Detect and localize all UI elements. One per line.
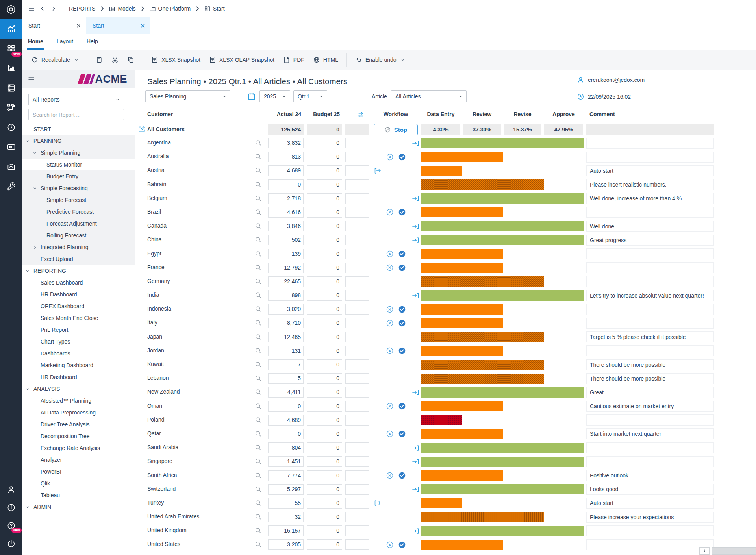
spare-cell[interactable] (345, 318, 369, 328)
submit-icon[interactable] (411, 458, 419, 466)
comment-cell[interactable] (586, 539, 714, 550)
search-icon[interactable] (254, 444, 262, 451)
tree-item-powerbi[interactable]: PowerBI (22, 466, 135, 477)
reject-icon[interactable] (386, 347, 394, 355)
breadcrumb-item-reports[interactable]: REPORTS (69, 6, 95, 12)
rail-item-canvas[interactable]: NEW (0, 39, 22, 58)
budget-cell[interactable]: 0 (307, 290, 342, 301)
paste-button[interactable] (91, 53, 107, 67)
search-icon[interactable] (254, 457, 262, 465)
reject-icon[interactable] (386, 472, 394, 479)
edit-icon[interactable] (138, 126, 145, 133)
spare-cell[interactable] (345, 359, 369, 370)
tree-item-simple-planning[interactable]: Simple Planning (22, 147, 135, 159)
spare-cell[interactable] (345, 290, 369, 301)
search-icon[interactable] (254, 472, 262, 479)
submit-icon[interactable] (411, 388, 419, 396)
budget-cell[interactable]: 0 (307, 359, 342, 370)
search-icon[interactable] (254, 278, 262, 285)
comment-cell[interactable] (586, 207, 714, 218)
search-icon[interactable] (254, 430, 262, 437)
search-icon[interactable] (254, 264, 262, 271)
tree-item-predictive-forecast[interactable]: Predictive Forecast (22, 206, 135, 218)
comment-cell[interactable] (586, 276, 714, 287)
budget-cell[interactable]: 0 (307, 152, 342, 162)
rail-item-info[interactable] (0, 498, 22, 516)
spare-cell[interactable] (345, 304, 369, 314)
submit-icon[interactable] (411, 444, 419, 452)
report-select[interactable]: Sales Planning (145, 90, 230, 102)
actual-cell[interactable]: 12,792 (268, 263, 304, 273)
pdf-button[interactable]: PDF (279, 53, 309, 67)
breadcrumb-item-one-platform[interactable]: One Platform (149, 6, 191, 12)
rail-item-help[interactable]: NEW (0, 516, 22, 535)
forward-button[interactable] (48, 3, 59, 14)
tree-item-dashboards[interactable]: Dashboards (22, 348, 135, 359)
submit-icon[interactable] (411, 139, 419, 147)
spare-cell[interactable] (345, 207, 369, 218)
budget-cell[interactable]: 0 (307, 263, 342, 273)
document-tab[interactable]: Start (86, 17, 150, 34)
budget-cell[interactable]: 0 (307, 165, 342, 176)
tree-item-sales-month-end-close[interactable]: Sales Month End Close (22, 312, 135, 324)
submit-icon[interactable] (411, 236, 419, 244)
actual-cell[interactable]: 32 (268, 512, 304, 522)
spare-cell[interactable] (345, 152, 369, 162)
approve-icon[interactable] (398, 347, 406, 355)
reject-icon[interactable] (386, 319, 394, 327)
actual-cell[interactable]: 7 (268, 359, 304, 370)
rail-item-integrator[interactable] (0, 98, 22, 117)
approve-icon[interactable] (398, 319, 406, 327)
spare-cell[interactable] (345, 525, 369, 536)
search-icon[interactable] (254, 374, 262, 382)
tree-item-excel-upload[interactable]: Excel Upload (22, 253, 135, 265)
spare-cell[interactable] (345, 193, 369, 204)
search-icon[interactable] (254, 236, 262, 243)
actual-cell[interactable]: 4,411 (268, 387, 304, 398)
tree-item-marketing-dashboard[interactable]: Marketing Dashboard (22, 359, 135, 371)
search-icon[interactable] (254, 402, 262, 410)
actual-cell[interactable]: 0 (268, 429, 304, 439)
comment-cell[interactable]: Looks good (586, 484, 714, 495)
comment-cell[interactable]: Let's try to increase absolut value next… (586, 290, 714, 301)
spare-cell[interactable] (345, 401, 369, 412)
tree-item-analysis[interactable]: ANALYSIS (22, 383, 135, 395)
search-icon[interactable] (254, 333, 262, 340)
comment-cell[interactable] (586, 262, 714, 273)
panel-hamburger-icon[interactable] (28, 76, 35, 83)
comment-cell[interactable]: Well done (586, 221, 714, 232)
spare-cell[interactable] (345, 429, 369, 439)
actual-cell[interactable]: 8,710 (268, 318, 304, 328)
rail-item-databases[interactable] (0, 78, 22, 98)
tree-item-aissisted-planning[interactable]: AIssisted™ Planning (22, 395, 135, 407)
actual-cell[interactable]: 898 (268, 290, 304, 301)
approve-icon[interactable] (398, 430, 406, 438)
budget-cell[interactable]: 0 (307, 276, 342, 287)
html-button[interactable]: HTML (309, 53, 343, 67)
rail-item-workspace[interactable] (0, 157, 22, 176)
actual-cell[interactable]: 1,451 (268, 456, 304, 467)
budget-cell[interactable]: 0 (307, 318, 342, 328)
budget-cell[interactable]: 0 (307, 179, 342, 190)
spare-cell[interactable] (345, 332, 369, 342)
search-icon[interactable] (254, 208, 262, 216)
rail-item-scheduler[interactable] (0, 117, 22, 137)
reject-icon[interactable] (386, 208, 394, 216)
actual-cell[interactable]: 16,157 (268, 525, 304, 536)
tree-item-chart-types[interactable]: Chart Types (22, 336, 135, 348)
tree-item-simple-forecast[interactable]: Simple Forecast (22, 194, 135, 206)
ribbon-tab-help[interactable]: Help (86, 34, 99, 50)
budget-cell[interactable]: 0 (307, 249, 342, 259)
spare-cell[interactable] (345, 512, 369, 522)
approve-icon[interactable] (398, 402, 406, 410)
approve-icon[interactable] (398, 541, 406, 549)
budget-cell[interactable]: 0 (307, 401, 342, 412)
budget-cell[interactable]: 0 (307, 387, 342, 398)
approve-icon[interactable] (398, 250, 406, 258)
workflow-stop-button[interactable]: Stop (374, 124, 418, 135)
budget-cell[interactable]: 0 (307, 221, 342, 231)
search-icon[interactable] (254, 291, 262, 299)
actual-cell[interactable]: 4,616 (268, 207, 304, 218)
spare-cell[interactable] (345, 456, 369, 467)
actual-cell[interactable]: 0 (268, 179, 304, 190)
